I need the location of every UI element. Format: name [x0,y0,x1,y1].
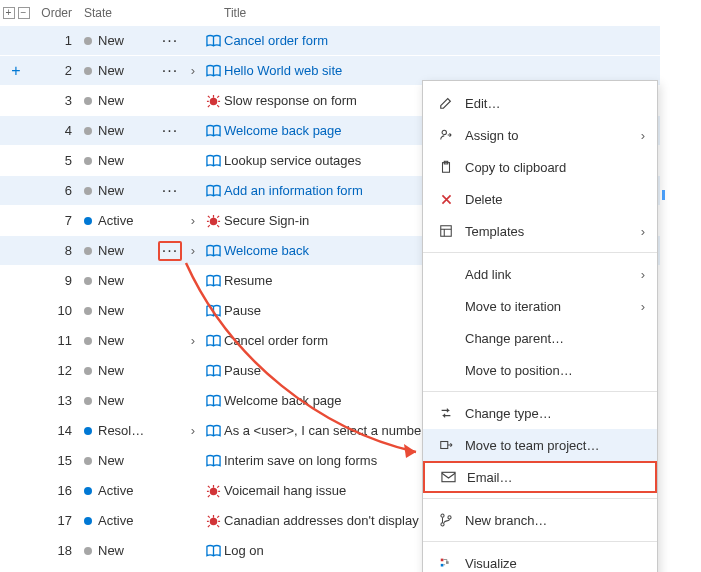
table-row[interactable]: 1New···Cancel order form [0,26,660,56]
more-actions-button[interactable]: ··· [162,63,178,79]
order-cell: 1 [32,33,84,48]
svg-point-4 [442,130,446,134]
svg-point-11 [441,523,444,526]
bug-icon [202,513,224,528]
svg-rect-8 [441,442,448,449]
order-cell: 16 [32,483,84,498]
more-actions-button[interactable]: ··· [162,33,178,49]
expand-chevron-icon[interactable]: › [191,63,195,78]
order-cell: 9 [32,273,84,288]
visualize-icon [435,556,457,570]
ctx-delete[interactable]: Delete [423,183,657,215]
state-cell: New [84,453,156,468]
state-dot-icon [84,397,92,405]
ctx-move-team-project[interactable]: Move to team project… [423,429,657,461]
svg-point-3 [209,518,217,526]
add-row-button[interactable]: + [11,62,20,80]
col-header-order[interactable]: Order [32,6,84,20]
order-cell: 15 [32,453,84,468]
order-cell: 5 [32,153,84,168]
more-actions-button[interactable]: ··· [162,123,178,139]
order-cell: 14 [32,423,84,438]
state-cell: Resol… [84,423,156,438]
bug-icon [202,93,224,108]
backlog-item-icon [202,304,224,318]
ctx-templates[interactable]: Templates › [423,215,657,247]
menu-separator [423,541,657,542]
backlog-item-icon [202,334,224,348]
state-dot-icon [84,457,92,465]
state-cell: New [84,63,156,78]
svg-point-1 [209,218,217,226]
menu-separator [423,498,657,499]
order-cell: 4 [32,123,84,138]
expand-all-button[interactable]: + [3,7,15,19]
backlog-item-icon [202,424,224,438]
ctx-new-branch[interactable]: New branch… [423,504,657,536]
state-cell: Active [84,213,156,228]
ctx-change-parent[interactable]: Change parent… [423,322,657,354]
expand-chevron-icon[interactable]: › [191,213,195,228]
ctx-assign-to[interactable]: Assign to › [423,119,657,151]
svg-point-0 [209,98,217,106]
svg-rect-9 [441,472,454,481]
ctx-visualize[interactable]: Visualize [423,547,657,572]
templates-icon [435,224,457,238]
order-cell: 2 [32,63,84,78]
mail-icon [437,471,459,483]
work-item-title[interactable]: Hello World web site [224,63,660,78]
ctx-edit[interactable]: Edit… [423,87,657,119]
delete-x-icon [435,193,457,206]
state-dot-icon [84,427,92,435]
ctx-email[interactable]: Email… [423,461,657,493]
state-cell: New [84,363,156,378]
order-cell: 12 [32,363,84,378]
work-item-title[interactable]: Cancel order form [224,33,660,48]
collapse-all-button[interactable]: − [18,7,30,19]
expand-chevron-icon[interactable]: › [191,333,195,348]
state-dot-icon [84,37,92,45]
backlog-item-icon [202,184,224,198]
backlog-item-icon [202,34,224,48]
order-cell: 10 [32,303,84,318]
ctx-move-iteration[interactable]: Move to iteration › [423,290,657,322]
more-actions-button[interactable]: ··· [158,241,182,261]
state-cell: New [84,183,156,198]
chevron-right-icon: › [641,267,645,282]
chevron-right-icon: › [641,224,645,239]
backlog-item-icon [202,454,224,468]
move-project-icon [435,438,457,452]
expand-chevron-icon[interactable]: › [191,243,195,258]
backlog-item-icon [202,394,224,408]
ctx-add-link[interactable]: Add link › [423,258,657,290]
state-dot-icon [84,97,92,105]
order-cell: 17 [32,513,84,528]
ctx-move-position[interactable]: Move to position… [423,354,657,386]
pencil-icon [435,96,457,110]
chevron-right-icon: › [641,128,645,143]
more-actions-button[interactable]: ··· [162,183,178,199]
ctx-change-type[interactable]: Change type… [423,397,657,429]
state-dot-icon [84,547,92,555]
state-dot-icon [84,217,92,225]
clipboard-icon [435,160,457,174]
expand-chevron-icon[interactable]: › [191,423,195,438]
state-cell: New [84,543,156,558]
bug-icon [202,483,224,498]
chevron-right-icon: › [641,299,645,314]
col-header-title[interactable]: Title [224,6,660,20]
state-cell: New [84,303,156,318]
ctx-copy-clipboard[interactable]: Copy to clipboard [423,151,657,183]
order-cell: 11 [32,333,84,348]
order-cell: 7 [32,213,84,228]
state-dot-icon [84,337,92,345]
state-dot-icon [84,187,92,195]
order-cell: 8 [32,243,84,258]
person-arrow-icon [435,128,457,142]
state-cell: Active [84,483,156,498]
backlog-item-icon [202,274,224,288]
svg-rect-7 [441,226,452,237]
change-type-icon [435,406,457,420]
col-header-state[interactable]: State [84,6,156,20]
svg-point-10 [441,514,444,517]
